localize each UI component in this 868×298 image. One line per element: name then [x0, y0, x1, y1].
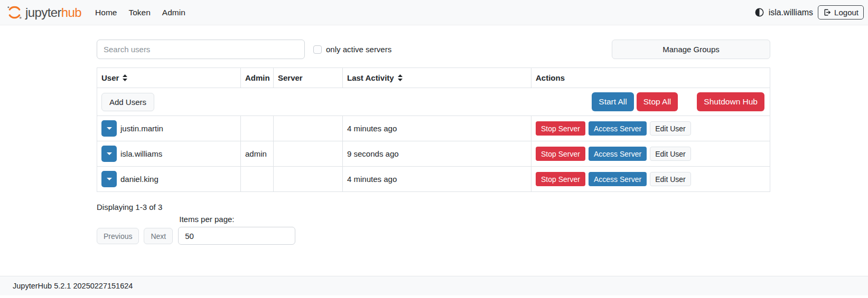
- jupyterhub-brand[interactable]: jupyterhub: [6, 4, 81, 21]
- stop-all-button[interactable]: Stop All: [637, 92, 678, 111]
- start-all-button[interactable]: Start All: [592, 92, 633, 111]
- navbar-right: isla.williams Logout: [755, 5, 864, 20]
- actions-cell: Stop Server Access Server Edit User: [531, 167, 770, 192]
- only-active-label: only active servers: [326, 45, 391, 54]
- items-per-page-label: Items per page:: [179, 215, 295, 224]
- username: daniel.king: [120, 175, 158, 184]
- users-table: User Admin Server Last Activity: [97, 68, 770, 192]
- column-header-admin: Admin: [241, 68, 274, 88]
- add-users-button[interactable]: Add Users: [101, 93, 154, 111]
- theme-toggle-icon[interactable]: [755, 8, 764, 17]
- items-per-page: Items per page:: [178, 215, 295, 245]
- chevron-down-icon: [107, 152, 112, 155]
- username: isla.williams: [120, 149, 162, 158]
- stop-server-button[interactable]: Stop Server: [536, 121, 585, 136]
- table-row: justin.martin 4 minutes ago Stop Server …: [97, 116, 770, 141]
- column-header-actions: Actions: [531, 68, 770, 88]
- nav-link-admin[interactable]: Admin: [162, 8, 185, 17]
- stop-server-button[interactable]: Stop Server: [536, 172, 585, 186]
- previous-page-button[interactable]: Previous: [97, 228, 139, 244]
- pagination-controls: Previous Next Items per page:: [97, 215, 770, 245]
- chevron-down-icon: [107, 127, 112, 130]
- only-active-checkbox[interactable]: [313, 45, 322, 54]
- navbar: jupyterhub Home Token Admin isla.william…: [0, 0, 868, 25]
- user-cell: justin.martin: [97, 116, 241, 141]
- shutdown-hub-button[interactable]: Shutdown Hub: [697, 92, 764, 111]
- logout-label: Logout: [834, 8, 858, 17]
- admin-cell: admin: [241, 141, 274, 167]
- user-dropdown-toggle[interactable]: [101, 120, 117, 137]
- only-active-filter[interactable]: only active servers: [313, 45, 391, 54]
- server-cell: [274, 116, 343, 141]
- actions-cell: Stop Server Access Server Edit User: [531, 141, 770, 167]
- table-header-row: User Admin Server Last Activity: [97, 68, 770, 88]
- server-cell: [274, 167, 343, 192]
- last-activity-cell: 4 minutes ago: [343, 167, 531, 192]
- edit-user-button[interactable]: Edit User: [650, 172, 691, 186]
- stop-server-button[interactable]: Stop Server: [536, 147, 585, 161]
- next-page-button[interactable]: Next: [144, 228, 173, 244]
- column-header-last-activity[interactable]: Last Activity: [343, 68, 531, 88]
- user-dropdown-toggle[interactable]: [101, 146, 117, 162]
- pagination-summary: Displaying 1-3 of 3: [97, 203, 770, 212]
- brand-hub: hub: [61, 5, 81, 20]
- table-controls-row: Add Users Start All Stop All Shutdown Hu…: [97, 88, 770, 116]
- toolbar: only active servers Manage Groups: [97, 40, 770, 59]
- logout-icon: [823, 8, 831, 16]
- server-cell: [274, 141, 343, 167]
- username: justin.martin: [120, 124, 163, 133]
- user-cell: isla.williams: [97, 141, 241, 167]
- access-server-button[interactable]: Access Server: [589, 121, 647, 136]
- table-row: daniel.king 4 minutes ago Stop Server Ac…: [97, 167, 770, 192]
- nav-links: Home Token Admin: [95, 8, 185, 17]
- brand-text: jupyterhub: [25, 5, 81, 20]
- admin-cell: [241, 167, 274, 192]
- table-row: isla.williams admin 9 seconds ago Stop S…: [97, 141, 770, 167]
- footer: JupyterHub 5.2.1 20250227151624: [0, 276, 868, 295]
- sort-icon[interactable]: [397, 74, 403, 81]
- last-activity-header-label: Last Activity: [347, 73, 394, 82]
- sort-icon[interactable]: [122, 74, 128, 81]
- jupyterhub-logo-icon: [6, 4, 23, 21]
- items-per-page-input[interactable]: [178, 227, 295, 245]
- access-server-button[interactable]: Access Server: [589, 172, 647, 186]
- column-header-server: Server: [274, 68, 343, 88]
- nav-link-token[interactable]: Token: [128, 8, 150, 17]
- admin-cell: [241, 116, 274, 141]
- actions-cell: Stop Server Access Server Edit User: [531, 116, 770, 141]
- brand-jupyter: jupyter: [25, 5, 61, 20]
- current-username: isla.williams: [769, 8, 813, 17]
- edit-user-button[interactable]: Edit User: [650, 147, 691, 161]
- manage-groups-button[interactable]: Manage Groups: [612, 40, 770, 59]
- user-cell: daniel.king: [97, 167, 241, 192]
- admin-panel: only active servers Manage Groups User: [97, 40, 770, 245]
- version-text: JupyterHub 5.2.1 20250227151624: [13, 282, 133, 290]
- nav-link-home[interactable]: Home: [95, 8, 117, 17]
- search-input[interactable]: [97, 40, 305, 59]
- column-header-user[interactable]: User: [97, 68, 241, 88]
- logout-button[interactable]: Logout: [818, 5, 864, 20]
- access-server-button[interactable]: Access Server: [589, 147, 647, 161]
- edit-user-button[interactable]: Edit User: [650, 121, 691, 136]
- last-activity-cell: 9 seconds ago: [343, 141, 531, 167]
- user-header-label: User: [101, 73, 119, 82]
- bulk-actions: Start All Stop All Shutdown Hub: [592, 92, 766, 111]
- chevron-down-icon: [107, 178, 112, 180]
- user-dropdown-toggle[interactable]: [101, 171, 117, 187]
- last-activity-cell: 4 minutes ago: [343, 116, 531, 141]
